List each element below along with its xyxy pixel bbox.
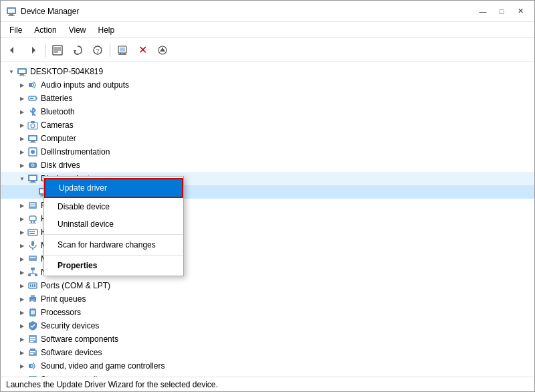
cameras-expand[interactable]: ▶ <box>17 120 27 130</box>
device-manager-window: Device Manager — □ ✕ File Action View He… <box>0 0 535 392</box>
svg-rect-65 <box>31 268 35 270</box>
tree-item-print[interactable]: ▶ Print queues <box>1 292 534 306</box>
tree-item-sound[interactable]: ▶ Sound, video and game controllers <box>1 359 534 373</box>
svg-rect-57 <box>29 231 31 232</box>
bluetooth-label: Bluetooth <box>41 107 75 116</box>
tree-item-computer[interactable]: ▶ Computer <box>1 132 534 145</box>
ctx-uninstall-device[interactable]: Uninstall device <box>44 215 183 233</box>
svg-rect-91 <box>29 350 37 356</box>
toolbar-help[interactable]: ? <box>88 41 107 59</box>
sound-expand[interactable]: ▶ <box>17 361 27 371</box>
tree-item-soft-dev[interactable]: ▶ Software devices <box>1 346 534 359</box>
security-label: Security devices <box>41 321 99 330</box>
toolbar-update[interactable] <box>153 41 172 59</box>
svg-rect-76 <box>31 295 35 297</box>
svg-rect-92 <box>30 349 35 351</box>
svg-rect-1 <box>8 9 15 13</box>
disk-expand[interactable]: ▶ <box>17 160 27 171</box>
svg-rect-94 <box>30 353 33 355</box>
svg-rect-55 <box>29 223 36 223</box>
menu-action[interactable]: Action <box>28 23 62 36</box>
keyb-icon <box>27 227 38 237</box>
tree-item-storage[interactable]: ▶ Storage controllers <box>1 373 534 377</box>
close-button[interactable]: ✕ <box>512 5 529 18</box>
ctx-properties[interactable]: Properties <box>44 257 183 274</box>
bluetooth-expand[interactable]: ▶ <box>17 106 27 117</box>
soft-dev-icon <box>27 347 38 358</box>
tree-item-proc[interactable]: ▶ Processors <box>1 306 534 319</box>
tree-panel[interactable]: ▼ DESKTOP-504K819 ▶ <box>1 62 534 377</box>
tree-item-cameras[interactable]: ▶ Cameras <box>1 118 534 132</box>
svg-rect-53 <box>31 221 32 223</box>
computer-icon <box>27 133 38 144</box>
hum-expand[interactable]: ▶ <box>17 213 27 224</box>
toolbar: ? ✕ <box>1 38 534 62</box>
svg-rect-8 <box>54 47 61 49</box>
toolbar-back[interactable] <box>3 41 22 59</box>
batteries-icon <box>27 93 38 104</box>
tree-item-dell[interactable]: ▶ DellInstrumentation <box>1 145 534 159</box>
menu-help[interactable]: Help <box>92 23 121 36</box>
display-expand[interactable]: ▼ <box>17 173 27 184</box>
tree-item-disk[interactable]: ▶ Disk drives <box>1 159 534 172</box>
soft-comp-expand[interactable]: ▶ <box>17 334 27 345</box>
dell-expand[interactable]: ▶ <box>17 146 27 157</box>
ctx-update-driver[interactable]: Update driver <box>44 178 183 198</box>
menu-file[interactable]: File <box>3 23 28 36</box>
firm-expand[interactable]: ▶ <box>17 200 27 211</box>
sound-icon <box>27 361 38 371</box>
computer-expand[interactable]: ▶ <box>17 133 27 144</box>
toolbar-forward[interactable] <box>23 41 42 59</box>
root-expand[interactable]: ▼ <box>6 66 17 77</box>
cameras-icon <box>27 120 38 130</box>
ctx-properties-label: Properties <box>58 261 97 270</box>
svg-point-37 <box>31 150 35 154</box>
svg-rect-43 <box>31 181 35 183</box>
tree-root[interactable]: ▼ DESKTOP-504K819 <box>1 65 534 78</box>
svg-rect-5 <box>13 47 15 53</box>
mor-expand[interactable]: ▶ <box>17 254 27 264</box>
minimize-button[interactable]: — <box>474 5 492 18</box>
keyb-expand[interactable]: ▶ <box>17 227 27 237</box>
soft-dev-expand[interactable]: ▶ <box>17 347 27 358</box>
svg-rect-59 <box>33 231 35 232</box>
tree-item-audio[interactable]: ▶ Audio inputs and outputs <box>1 78 534 92</box>
ctx-separator-1 <box>44 234 183 235</box>
storage-label: Storage controllers <box>41 375 108 377</box>
tree-item-security[interactable]: ▶ Security devices <box>1 319 534 332</box>
toolbar-properties[interactable] <box>48 41 67 59</box>
tree-item-batteries[interactable]: ▶ Batteries <box>1 92 534 105</box>
svg-rect-63 <box>29 256 37 261</box>
svg-rect-24 <box>19 76 25 76</box>
svg-rect-33 <box>29 136 36 140</box>
mic-expand[interactable]: ▶ <box>17 240 27 251</box>
security-expand[interactable]: ▶ <box>17 320 27 331</box>
toolbar-refresh[interactable] <box>68 41 87 59</box>
proc-icon <box>27 307 38 318</box>
ctx-scan-hardware[interactable]: Scan for hardware changes <box>44 236 183 254</box>
title-bar: Device Manager — □ ✕ <box>1 1 534 22</box>
tree-item-ports[interactable]: ▶ Ports (COM & LPT) <box>1 279 534 292</box>
tree-item-soft-comp[interactable]: ▶ Software components <box>1 332 534 346</box>
root-icon <box>17 66 27 77</box>
toolbar-remove[interactable]: ✕ <box>133 41 152 59</box>
storage-expand[interactable]: ▶ <box>17 374 27 377</box>
batteries-expand[interactable]: ▶ <box>17 93 27 104</box>
net-expand[interactable]: ▶ <box>17 267 27 278</box>
ports-expand[interactable]: ▶ <box>17 280 27 291</box>
tree-item-bluetooth[interactable]: ▶ Bluetooth <box>1 105 534 118</box>
audio-expand[interactable]: ▶ <box>17 80 27 90</box>
svg-rect-18 <box>120 47 125 52</box>
proc-expand[interactable]: ▶ <box>17 307 27 318</box>
toolbar-scan[interactable] <box>113 41 132 59</box>
maximize-button[interactable]: □ <box>493 5 510 18</box>
ctx-disable-device[interactable]: Disable device <box>44 198 183 215</box>
svg-rect-44 <box>29 183 36 183</box>
print-expand[interactable]: ▶ <box>17 294 27 304</box>
ctx-uninstall-label: Uninstall device <box>58 219 114 229</box>
menu-view[interactable]: View <box>63 23 92 36</box>
svg-rect-31 <box>31 121 35 123</box>
display-icon <box>27 173 38 184</box>
status-text: Launches the Update Driver Wizard for th… <box>6 380 218 389</box>
svg-rect-54 <box>33 221 35 223</box>
